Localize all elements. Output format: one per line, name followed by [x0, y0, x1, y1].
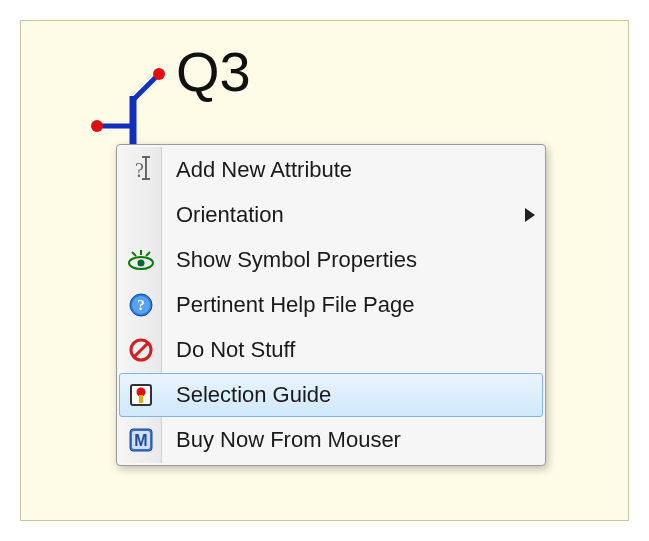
- eye-icon: [120, 239, 162, 281]
- svg-line-9: [146, 252, 150, 256]
- menu-item-selection-guide[interactable]: Selection Guide: [119, 373, 543, 417]
- menu-item-label: Show Symbol Properties: [162, 247, 542, 273]
- context-menu: Add New Attribute Orientation Show Symbo…: [116, 144, 546, 466]
- menu-item-label: Pertinent Help File Page: [162, 292, 542, 318]
- blank-icon: [120, 194, 162, 236]
- svg-line-8: [132, 252, 136, 256]
- mouser-icon: M: [120, 419, 162, 461]
- schematic-canvas[interactable]: Q3 Add New Attribute Orientation: [20, 20, 629, 521]
- menu-item-label: Orientation: [162, 202, 518, 228]
- menu-item-do-not-stuff[interactable]: Do Not Stuff: [119, 328, 543, 372]
- svg-marker-6: [525, 208, 535, 222]
- menu-item-label: Selection Guide: [162, 382, 542, 408]
- menu-item-add-attribute[interactable]: Add New Attribute: [119, 148, 543, 192]
- svg-line-16: [134, 343, 148, 357]
- menu-item-buy-mouser[interactable]: M Buy Now From Mouser: [119, 418, 543, 462]
- menu-item-label: Add New Attribute: [162, 157, 542, 183]
- menu-item-show-properties[interactable]: Show Symbol Properties: [119, 238, 543, 282]
- no-stuff-icon: [120, 329, 162, 371]
- svg-point-11: [138, 260, 145, 267]
- component-designator[interactable]: Q3: [176, 39, 251, 104]
- menu-item-label: Buy Now From Mouser: [162, 427, 542, 453]
- attribute-icon: [120, 149, 162, 191]
- menu-item-orientation[interactable]: Orientation: [119, 193, 543, 237]
- menu-item-label: Do Not Stuff: [162, 337, 542, 363]
- svg-point-4: [153, 68, 165, 80]
- svg-point-5: [91, 120, 103, 132]
- svg-line-1: [133, 74, 159, 100]
- guide-icon: [120, 374, 162, 416]
- svg-text:?: ?: [137, 297, 145, 313]
- help-icon: ?: [120, 284, 162, 326]
- svg-text:M: M: [134, 432, 147, 449]
- svg-rect-19: [139, 395, 143, 403]
- menu-item-help-page[interactable]: ? Pertinent Help File Page: [119, 283, 543, 327]
- submenu-arrow-icon: [518, 208, 542, 222]
